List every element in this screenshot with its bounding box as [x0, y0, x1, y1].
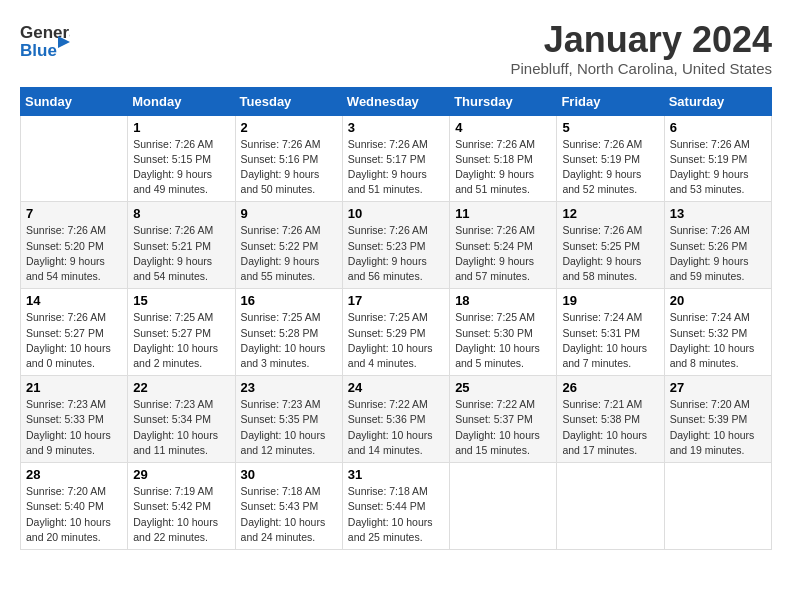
day-info: Sunrise: 7:22 AM Sunset: 5:37 PM Dayligh… [455, 397, 551, 458]
day-info: Sunrise: 7:26 AM Sunset: 5:20 PM Dayligh… [26, 223, 122, 284]
day-number: 18 [455, 293, 551, 308]
calendar-cell: 4Sunrise: 7:26 AM Sunset: 5:18 PM Daylig… [450, 115, 557, 202]
calendar-week-row: 1Sunrise: 7:26 AM Sunset: 5:15 PM Daylig… [21, 115, 772, 202]
day-info: Sunrise: 7:26 AM Sunset: 5:15 PM Dayligh… [133, 137, 229, 198]
day-info: Sunrise: 7:26 AM Sunset: 5:19 PM Dayligh… [562, 137, 658, 198]
day-header-thursday: Thursday [450, 87, 557, 115]
calendar-cell [557, 463, 664, 550]
day-info: Sunrise: 7:24 AM Sunset: 5:31 PM Dayligh… [562, 310, 658, 371]
day-header-sunday: Sunday [21, 87, 128, 115]
calendar-cell: 13Sunrise: 7:26 AM Sunset: 5:26 PM Dayli… [664, 202, 771, 289]
day-number: 11 [455, 206, 551, 221]
day-info: Sunrise: 7:22 AM Sunset: 5:36 PM Dayligh… [348, 397, 444, 458]
calendar-cell: 27Sunrise: 7:20 AM Sunset: 5:39 PM Dayli… [664, 376, 771, 463]
calendar-cell: 29Sunrise: 7:19 AM Sunset: 5:42 PM Dayli… [128, 463, 235, 550]
calendar-table: SundayMondayTuesdayWednesdayThursdayFrid… [20, 87, 772, 550]
day-info: Sunrise: 7:20 AM Sunset: 5:40 PM Dayligh… [26, 484, 122, 545]
day-info: Sunrise: 7:26 AM Sunset: 5:27 PM Dayligh… [26, 310, 122, 371]
day-number: 9 [241, 206, 337, 221]
calendar-cell [21, 115, 128, 202]
day-number: 12 [562, 206, 658, 221]
day-number: 27 [670, 380, 766, 395]
day-info: Sunrise: 7:24 AM Sunset: 5:32 PM Dayligh… [670, 310, 766, 371]
day-number: 25 [455, 380, 551, 395]
day-info: Sunrise: 7:18 AM Sunset: 5:43 PM Dayligh… [241, 484, 337, 545]
day-number: 19 [562, 293, 658, 308]
day-number: 3 [348, 120, 444, 135]
logo-icon: General Blue [20, 20, 70, 68]
day-number: 8 [133, 206, 229, 221]
day-number: 15 [133, 293, 229, 308]
calendar-cell: 6Sunrise: 7:26 AM Sunset: 5:19 PM Daylig… [664, 115, 771, 202]
calendar-cell: 15Sunrise: 7:25 AM Sunset: 5:27 PM Dayli… [128, 289, 235, 376]
day-number: 20 [670, 293, 766, 308]
day-number: 17 [348, 293, 444, 308]
day-number: 29 [133, 467, 229, 482]
calendar-cell: 20Sunrise: 7:24 AM Sunset: 5:32 PM Dayli… [664, 289, 771, 376]
day-number: 13 [670, 206, 766, 221]
calendar-week-row: 21Sunrise: 7:23 AM Sunset: 5:33 PM Dayli… [21, 376, 772, 463]
calendar-cell: 1Sunrise: 7:26 AM Sunset: 5:15 PM Daylig… [128, 115, 235, 202]
calendar-cell: 24Sunrise: 7:22 AM Sunset: 5:36 PM Dayli… [342, 376, 449, 463]
day-header-monday: Monday [128, 87, 235, 115]
day-number: 1 [133, 120, 229, 135]
day-header-saturday: Saturday [664, 87, 771, 115]
day-info: Sunrise: 7:19 AM Sunset: 5:42 PM Dayligh… [133, 484, 229, 545]
logo: General Blue [20, 20, 70, 68]
day-number: 10 [348, 206, 444, 221]
month-title: January 2024 [510, 20, 772, 60]
location: Pinebluff, North Carolina, United States [510, 60, 772, 77]
day-info: Sunrise: 7:26 AM Sunset: 5:23 PM Dayligh… [348, 223, 444, 284]
calendar-cell: 3Sunrise: 7:26 AM Sunset: 5:17 PM Daylig… [342, 115, 449, 202]
day-info: Sunrise: 7:26 AM Sunset: 5:17 PM Dayligh… [348, 137, 444, 198]
calendar-cell: 30Sunrise: 7:18 AM Sunset: 5:43 PM Dayli… [235, 463, 342, 550]
calendar-cell [664, 463, 771, 550]
calendar-week-row: 7Sunrise: 7:26 AM Sunset: 5:20 PM Daylig… [21, 202, 772, 289]
calendar-header-row: SundayMondayTuesdayWednesdayThursdayFrid… [21, 87, 772, 115]
title-area: January 2024 Pinebluff, North Carolina, … [510, 20, 772, 77]
day-info: Sunrise: 7:26 AM Sunset: 5:22 PM Dayligh… [241, 223, 337, 284]
day-info: Sunrise: 7:25 AM Sunset: 5:27 PM Dayligh… [133, 310, 229, 371]
page-header: General Blue January 2024 Pinebluff, Nor… [20, 20, 772, 77]
calendar-cell [450, 463, 557, 550]
calendar-cell: 17Sunrise: 7:25 AM Sunset: 5:29 PM Dayli… [342, 289, 449, 376]
day-info: Sunrise: 7:25 AM Sunset: 5:28 PM Dayligh… [241, 310, 337, 371]
day-info: Sunrise: 7:26 AM Sunset: 5:25 PM Dayligh… [562, 223, 658, 284]
calendar-cell: 14Sunrise: 7:26 AM Sunset: 5:27 PM Dayli… [21, 289, 128, 376]
day-info: Sunrise: 7:18 AM Sunset: 5:44 PM Dayligh… [348, 484, 444, 545]
calendar-cell: 7Sunrise: 7:26 AM Sunset: 5:20 PM Daylig… [21, 202, 128, 289]
calendar-cell: 25Sunrise: 7:22 AM Sunset: 5:37 PM Dayli… [450, 376, 557, 463]
day-header-friday: Friday [557, 87, 664, 115]
day-info: Sunrise: 7:26 AM Sunset: 5:26 PM Dayligh… [670, 223, 766, 284]
calendar-cell: 9Sunrise: 7:26 AM Sunset: 5:22 PM Daylig… [235, 202, 342, 289]
day-number: 4 [455, 120, 551, 135]
calendar-cell: 18Sunrise: 7:25 AM Sunset: 5:30 PM Dayli… [450, 289, 557, 376]
calendar-cell: 2Sunrise: 7:26 AM Sunset: 5:16 PM Daylig… [235, 115, 342, 202]
calendar-cell: 19Sunrise: 7:24 AM Sunset: 5:31 PM Dayli… [557, 289, 664, 376]
day-info: Sunrise: 7:26 AM Sunset: 5:16 PM Dayligh… [241, 137, 337, 198]
calendar-cell: 5Sunrise: 7:26 AM Sunset: 5:19 PM Daylig… [557, 115, 664, 202]
day-info: Sunrise: 7:23 AM Sunset: 5:35 PM Dayligh… [241, 397, 337, 458]
calendar-week-row: 28Sunrise: 7:20 AM Sunset: 5:40 PM Dayli… [21, 463, 772, 550]
day-info: Sunrise: 7:25 AM Sunset: 5:30 PM Dayligh… [455, 310, 551, 371]
day-info: Sunrise: 7:26 AM Sunset: 5:24 PM Dayligh… [455, 223, 551, 284]
calendar-cell: 10Sunrise: 7:26 AM Sunset: 5:23 PM Dayli… [342, 202, 449, 289]
day-header-wednesday: Wednesday [342, 87, 449, 115]
day-info: Sunrise: 7:26 AM Sunset: 5:19 PM Dayligh… [670, 137, 766, 198]
day-info: Sunrise: 7:26 AM Sunset: 5:21 PM Dayligh… [133, 223, 229, 284]
calendar-cell: 23Sunrise: 7:23 AM Sunset: 5:35 PM Dayli… [235, 376, 342, 463]
day-number: 14 [26, 293, 122, 308]
day-info: Sunrise: 7:25 AM Sunset: 5:29 PM Dayligh… [348, 310, 444, 371]
day-number: 30 [241, 467, 337, 482]
calendar-cell: 21Sunrise: 7:23 AM Sunset: 5:33 PM Dayli… [21, 376, 128, 463]
day-number: 5 [562, 120, 658, 135]
day-number: 21 [26, 380, 122, 395]
calendar-cell: 16Sunrise: 7:25 AM Sunset: 5:28 PM Dayli… [235, 289, 342, 376]
day-number: 23 [241, 380, 337, 395]
day-number: 16 [241, 293, 337, 308]
calendar-cell: 8Sunrise: 7:26 AM Sunset: 5:21 PM Daylig… [128, 202, 235, 289]
day-number: 7 [26, 206, 122, 221]
day-number: 2 [241, 120, 337, 135]
calendar-cell: 26Sunrise: 7:21 AM Sunset: 5:38 PM Dayli… [557, 376, 664, 463]
day-number: 26 [562, 380, 658, 395]
